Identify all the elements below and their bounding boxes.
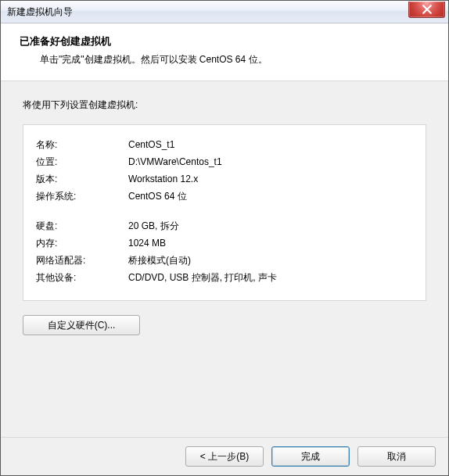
summary-row-other: 其他设备: CD/DVD, USB 控制器, 打印机, 声卡 [36,269,413,286]
back-button[interactable]: < 上一步(B) [185,446,264,467]
lead-text: 将使用下列设置创建虚拟机: [23,98,426,112]
row-gap [36,205,413,217]
close-button[interactable] [408,2,445,18]
window-title: 新建虚拟机向导 [7,5,73,19]
summary-panel: 名称: CentOS_t1 位置: D:\VMWare\Centos_t1 版本… [23,124,426,301]
label-os: 操作系统: [36,188,128,205]
summary-row-memory: 内存: 1024 MB [36,234,413,252]
summary-row-version: 版本: Workstation 12.x [36,170,413,188]
value-location: D:\VMWare\Centos_t1 [128,153,413,170]
customize-hardware-button[interactable]: 自定义硬件(C)... [23,315,140,335]
label-memory: 内存: [36,234,128,252]
value-version: Workstation 12.x [128,170,413,188]
summary-row-disk: 硬盘: 20 GB, 拆分 [36,217,413,234]
value-os: CentOS 64 位 [128,188,413,205]
summary-row-name: 名称: CentOS_t1 [36,136,413,153]
summary-row-os: 操作系统: CentOS 64 位 [36,188,413,205]
value-name: CentOS_t1 [128,136,413,153]
label-version: 版本: [36,170,128,188]
wizard-header: 已准备好创建虚拟机 单击"完成"创建虚拟机。然后可以安装 CentOS 64 位… [1,23,448,81]
close-icon [422,5,432,14]
summary-row-network: 网络适配器: 桥接模式(自动) [36,252,413,269]
title-bar: 新建虚拟机向导 [1,1,448,23]
wizard-footer: < 上一步(B) 完成 取消 [1,437,448,475]
value-memory: 1024 MB [128,234,413,252]
finish-button[interactable]: 完成 [271,446,350,467]
label-location: 位置: [36,153,128,170]
header-subtext: 单击"完成"创建虚拟机。然后可以安装 CentOS 64 位。 [40,53,429,66]
header-heading: 已准备好创建虚拟机 [20,34,429,48]
value-network: 桥接模式(自动) [128,252,413,269]
label-other: 其他设备: [36,269,128,286]
value-other: CD/DVD, USB 控制器, 打印机, 声卡 [128,269,413,286]
summary-row-location: 位置: D:\VMWare\Centos_t1 [36,153,413,170]
cancel-button[interactable]: 取消 [357,446,436,467]
label-name: 名称: [36,136,128,153]
wizard-window: 新建虚拟机向导 已准备好创建虚拟机 单击"完成"创建虚拟机。然后可以安装 Cen… [0,0,449,476]
wizard-body: 将使用下列设置创建虚拟机: 名称: CentOS_t1 位置: D:\VMWar… [1,81,448,335]
label-network: 网络适配器: [36,252,128,269]
label-disk: 硬盘: [36,217,128,234]
value-disk: 20 GB, 拆分 [128,217,413,234]
